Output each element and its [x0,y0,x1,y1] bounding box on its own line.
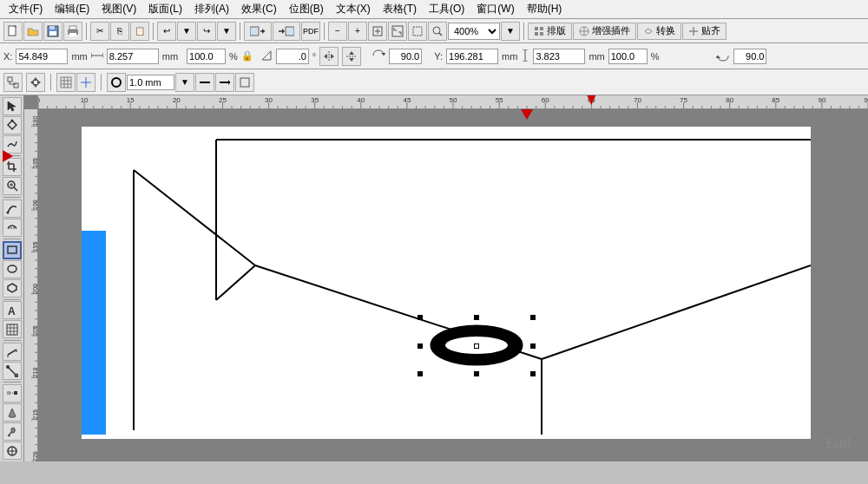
undo-dropdown[interactable]: ▼ [177,22,196,41]
handle-tm[interactable] [474,315,479,320]
open-button[interactable] [23,22,43,41]
y-input[interactable] [446,49,498,64]
canvas[interactable]: Ead [38,109,868,461]
svg-marker-50 [37,80,41,85]
sep1 [86,23,87,40]
rot-angle1-input[interactable] [389,49,422,64]
rect-tool-indicator [3,150,13,162]
snap-toggle-button[interactable] [3,73,23,92]
cut-button[interactable]: ✂ [90,22,109,41]
redo-button[interactable]: ↪ [197,22,216,41]
interact-tool[interactable] [3,441,22,460]
freehand-tool[interactable] [3,199,22,218]
nudge-button[interactable] [26,73,45,92]
zoom-select-button[interactable] [408,22,427,41]
polygon-tool[interactable] [3,279,22,298]
selected-ellipse[interactable] [420,317,533,374]
save-button[interactable] [43,22,62,41]
select-tool[interactable] [3,97,22,115]
handle-bm[interactable] [474,371,479,376]
menu-tools[interactable]: 工具(O) [424,0,470,18]
outline-style-button2[interactable] [215,73,234,92]
scale-y-input[interactable] [608,49,648,64]
menu-bitmaps[interactable]: 位图(B) [284,0,329,18]
handle-ml[interactable] [418,343,423,349]
scale-x-input[interactable] [187,49,226,64]
zoom-page-button[interactable] [388,22,407,41]
outline-style-button1[interactable] [195,73,214,92]
geometric-drawing [82,127,811,439]
outline-width-input[interactable] [127,75,174,90]
shape-tool[interactable] [3,116,22,134]
paste-plugin-button[interactable]: 贴齐 [682,23,727,40]
menu-view[interactable]: 视图(V) [96,0,141,18]
smart-draw-tool[interactable] [3,219,22,237]
eyedrop-tool[interactable] [3,422,22,441]
svg-marker-37 [349,58,354,62]
handle-tl[interactable] [418,315,423,320]
paste-button[interactable]: 📋 [130,22,149,41]
outline-corner-button[interactable] [235,73,254,92]
guidelines-button[interactable] [76,73,95,92]
handle-br[interactable] [530,371,536,376]
rot-angle2-input[interactable] [733,49,766,64]
lock-proportions-button[interactable]: 🔒 [241,50,253,62]
zoom-fit-button[interactable] [368,22,387,41]
zoom-level-select[interactable]: 400% [448,23,500,40]
menu-arrange[interactable]: 排列(A) [189,0,234,18]
redo-dropdown[interactable]: ▼ [217,22,236,41]
zoom-minus-button[interactable]: − [328,22,347,41]
height-input[interactable] [533,49,585,64]
x-input[interactable] [16,49,68,64]
blend-tool[interactable] [3,384,22,402]
undo-button[interactable]: ↩ [157,22,176,41]
mirror-h-button[interactable] [319,47,339,66]
zoom-plus-button[interactable]: + [348,22,367,41]
zoom-dropdown[interactable]: ▼ [501,22,520,41]
print-button[interactable] [63,22,82,41]
menu-help[interactable]: 帮助(H) [522,0,568,18]
copy-button[interactable]: ⎘ [110,22,129,41]
menu-layout[interactable]: 版面(L) [143,0,187,18]
enhance-plugin-button[interactable]: 增强插件 [573,23,636,40]
watermark-text: Ead [825,435,851,453]
menu-text[interactable]: 文本(X) [331,0,376,18]
angle-input[interactable] [276,49,309,64]
angle-label [260,49,273,63]
svg-rect-23 [540,32,543,36]
handle-bl[interactable] [418,371,423,376]
import-button[interactable] [244,22,272,41]
arrange-plugin-button[interactable]: 排版 [528,23,572,40]
replace-plugin-button[interactable]: 转换 [637,23,681,40]
outline-color-button[interactable] [107,73,126,92]
connector-tool[interactable] [3,362,22,380]
publish-button[interactable]: PDF [301,22,320,41]
outline-width-dropdown[interactable]: ▼ [175,73,194,92]
handle-tr[interactable] [530,315,536,320]
y-unit-label: mm [502,51,517,62]
tool-sep3 [3,239,21,239]
ellipse-tool[interactable] [3,260,22,278]
parallel-dim-tool[interactable] [3,343,22,361]
svg-point-73 [6,212,9,214]
rect-tool[interactable] [3,241,22,259]
zoom-tool[interactable] [3,177,22,195]
tool-sep5 [3,340,21,341]
zoom-all-button[interactable] [428,22,447,41]
menu-window[interactable]: 窗口(W) [471,0,519,18]
menu-edit[interactable]: 编辑(E) [49,0,95,18]
export-button[interactable] [273,22,300,41]
mirror-v-button[interactable] [342,47,361,66]
menu-table[interactable]: 表格(T) [378,0,422,18]
table-tool[interactable] [3,320,22,338]
fill-tool[interactable] [3,403,22,422]
menu-effects[interactable]: 效果(C) [236,0,282,18]
menu-file[interactable]: 文件(F) [3,0,48,18]
svg-point-76 [8,265,16,272]
new-button[interactable] [3,22,23,41]
text-tool[interactable]: A [3,301,22,319]
handle-mr[interactable] [530,343,536,349]
width-input[interactable] [107,49,159,64]
grid-button[interactable] [56,73,76,92]
svg-line-96 [134,170,255,265]
